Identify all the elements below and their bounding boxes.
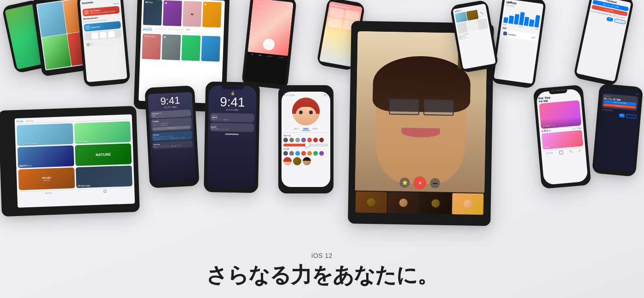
travel-date: 4月13日〜15日 — [78, 184, 90, 187]
device-iphone-foryou: For You 共有の提案 大下恵子さんと メモリー すべて表示 イポー For… — [533, 85, 592, 189]
device-iphone-facebook: Facebook 见立てない形で登録 オフにする... 引き立てる表現の登録を始… — [573, 0, 634, 87]
memoji-done: 完了 — [324, 93, 328, 96]
travel-tab-for-you: For You — [17, 120, 23, 123]
travel-label-3: 福島友紀さんと — [19, 164, 32, 167]
memories-label: メモリー — [541, 129, 551, 133]
travel-label-2: ランカウイ島 — [76, 140, 87, 143]
memories-all: すべて表示 — [572, 127, 581, 130]
travel-tab-foryou: For You — [45, 192, 52, 194]
bottom-text-section: iOS 12 さらなる力をあなたに。 — [0, 252, 644, 290]
device-iphone-shortcuts: Essentials See All Play Playlist Start p… — [76, 0, 130, 87]
device-iphone-memoji: キャンセル 完了 肌びげ 顔輪郭 頭手段 — [278, 85, 334, 193]
travel-label-1: クリシー・フィールド — [19, 142, 37, 145]
ios-version-label: iOS 12 — [0, 252, 644, 259]
device-iphone-x-lock: 🔒 9:41 9月12日 水曜日 iMessage 佐藤太郎 今からパーティーに… — [204, 82, 260, 193]
travel-tab-nearby: Near You — [26, 120, 34, 123]
device-ipad-travel: For You Near You クリシー・フィールド ランカウイ島 福島友紀さ… — [0, 106, 140, 216]
device-iphone-notification: 9:41 Facebook 読むてない形で登録 見立てない形で登録 オフにする.… — [592, 83, 644, 177]
x-lock-date: 9月12日 水曜日 — [210, 108, 254, 111]
ios-tagline-text: さらなる力をあなたに。 — [0, 261, 644, 290]
device-iphone-screentime: 2時間45分 今日の合計 500W500W1時間 SNS — [491, 0, 546, 89]
x-lock-time: 9:41 — [210, 95, 254, 109]
memoji-cancel: キャンセル — [283, 93, 295, 96]
devices-hero: Essentials See All Play Playlist Start p… — [0, 0, 644, 240]
device-iphone-lock-old: 9:41 9月12日 水曜日 おやすみモード 1時間 今日の後で このイベントが… — [144, 85, 199, 188]
device-iphone-camera: Aa⚙ 縦写真スクエアパノラマ — [242, 0, 297, 90]
